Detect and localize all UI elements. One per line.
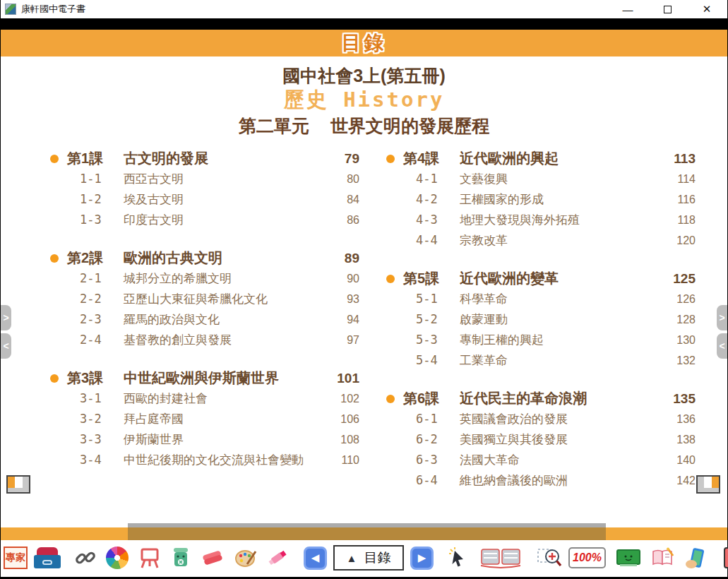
toc-item-number: 4-2 [416, 191, 460, 208]
workbook-icon[interactable] [651, 547, 675, 568]
toc-item[interactable]: 3-4中世紀後期的文化交流與社會變動110 [40, 451, 359, 472]
toc-item[interactable]: 4-2王權國家的形成116 [376, 191, 696, 211]
toc-column-right: 第4課近代歐洲的興起1134-1文藝復興1144-2王權國家的形成1164-3地… [376, 147, 696, 507]
toc-item-number: 3-4 [80, 451, 124, 469]
toc-lesson-heading[interactable]: 第3課中世紀歐洲與伊斯蘭世界101 [40, 366, 359, 390]
lesson-title: 中世紀歐洲與伊斯蘭世界 [124, 369, 320, 388]
toc-item[interactable]: 2-4基督教的創立與發展97 [40, 331, 359, 352]
zoom-area-icon[interactable] [537, 547, 562, 569]
toc-item[interactable]: 6-2美國獨立與其後發展138 [376, 431, 696, 451]
toc-item[interactable]: 1-3印度古文明86 [40, 211, 359, 232]
open-book-icon[interactable] [479, 547, 523, 569]
lesson-label: 第2課 [67, 249, 124, 268]
edge-prev-button-left[interactable]: < [1, 333, 11, 359]
window-minimize-button[interactable]: — [617, 1, 638, 17]
toc-item[interactable]: 3-2拜占庭帝國106 [40, 410, 359, 431]
toc-item-page-number: 102 [320, 390, 359, 407]
expert-mode-button-left[interactable]: 專家 [4, 547, 28, 569]
palette-icon[interactable] [234, 547, 257, 568]
toc-item-page-number: 93 [320, 290, 359, 308]
toc-item[interactable]: 4-3地理大發現與海外拓殖118 [376, 211, 696, 232]
cursor-tool-icon[interactable] [448, 547, 469, 569]
toc-item-page-number: 132 [656, 352, 696, 369]
window-close-button[interactable]: ✕ [696, 1, 717, 17]
single-page-view-icon[interactable] [723, 547, 728, 569]
color-wheel-icon[interactable] [106, 547, 129, 569]
eraser-icon[interactable] [201, 547, 225, 568]
toc-item[interactable]: 3-1西歐的封建社會102 [40, 390, 359, 410]
device-mirror-icon[interactable] [685, 547, 709, 569]
toc-item[interactable]: 2-2亞歷山大東征與希臘化文化93 [40, 290, 359, 311]
toc-item-number: 1-1 [80, 170, 124, 188]
trash-robot-icon[interactable] [171, 547, 191, 569]
toc-item-title: 基督教的創立與發展 [124, 331, 320, 349]
toc-lesson: 第1課古文明的發展791-1西亞古文明801-2埃及古文明841-3印度古文明8… [40, 147, 359, 232]
app-window: 康軒國中電子書 — ✕ 目錄 國中社會3上(第五冊) 歷史 History 第二… [0, 0, 728, 579]
subject-title: 歷史 History [1, 86, 727, 113]
prev-page-button[interactable]: ◀ [304, 547, 327, 570]
toc-item-title: 西歐的封建社會 [124, 390, 320, 407]
lesson-title: 近代民主的革命浪潮 [460, 389, 656, 408]
toc-lesson-heading[interactable]: 第4課近代歐洲的興起113 [376, 147, 696, 170]
horizontal-scrollbar[interactable] [1, 527, 727, 540]
page-corner-left-icon[interactable] [6, 475, 30, 494]
bullet-icon [386, 395, 395, 403]
toc-item-number: 2-1 [80, 270, 124, 287]
toc-lesson-heading[interactable]: 第5課近代歐洲的變革125 [376, 267, 696, 290]
edge-nav-right: > < [717, 305, 727, 359]
blackboard-icon[interactable] [616, 547, 641, 568]
toc-item-page-number: 114 [656, 170, 696, 188]
toc-item[interactable]: 2-3羅馬的政治與文化94 [40, 311, 359, 331]
lesson-page-number: 135 [656, 391, 696, 407]
toc-item-page-number: 136 [656, 410, 696, 428]
toc-banner-title: 目錄 [342, 30, 387, 56]
next-page-button[interactable]: ▶ [410, 547, 434, 570]
toc-item-number: 5-1 [416, 290, 460, 308]
link-icon[interactable] [75, 547, 96, 568]
toc-item[interactable]: 1-1西亞古文明80 [40, 170, 359, 191]
page-corner-right-icon[interactable] [696, 475, 720, 494]
toc-item[interactable]: 6-4維也納會議後的歐洲142 [376, 472, 696, 492]
lesson-page-number: 101 [320, 371, 359, 386]
bullet-icon [386, 275, 395, 283]
toc-item[interactable]: 5-3專制王權的興起130 [376, 331, 696, 352]
toc-item-title: 地理大發現與海外拓殖 [460, 211, 656, 229]
toc-item-page-number: 84 [320, 191, 359, 208]
edge-prev-button-right[interactable]: < [717, 333, 727, 359]
toc-item-page-number: 118 [656, 211, 696, 229]
toc-item-title: 拜占庭帝國 [124, 410, 320, 428]
toc-item-title: 宗教改革 [460, 232, 656, 249]
highlighter-icon[interactable] [267, 547, 290, 568]
toc-item[interactable]: 4-4宗教改革120 [376, 232, 696, 252]
toc-lesson-heading[interactable]: 第1課古文明的發展79 [40, 147, 359, 170]
toc-item-title: 工業革命 [460, 352, 656, 369]
toc-item-number: 6-1 [416, 410, 460, 428]
zoom-level-badge[interactable]: 100% [568, 547, 606, 568]
toc-item[interactable]: 3-3伊斯蘭世界108 [40, 431, 359, 451]
toc-item[interactable]: 2-1城邦分立的希臘文明90 [40, 270, 359, 290]
window-maximize-button[interactable] [657, 1, 678, 17]
toc-item-number: 3-3 [80, 431, 124, 448]
edge-next-button-right[interactable]: > [717, 305, 727, 330]
toc-lesson-heading[interactable]: 第6課近代民主的革命浪潮135 [376, 387, 696, 410]
edge-next-button-left[interactable]: > [1, 305, 11, 330]
toolbox-icon[interactable] [34, 547, 61, 568]
toc-lesson-heading[interactable]: 第2課歐洲的古典文明89 [40, 246, 359, 270]
toc-item-title: 亞歷山大東征與希臘化文化 [124, 290, 320, 308]
corner-base [8, 488, 29, 492]
page-selector[interactable]: ▲ 目錄 [333, 545, 404, 571]
toc-item[interactable]: 6-3法國大革命140 [376, 451, 696, 472]
toc-item[interactable]: 5-2啟蒙運動128 [376, 311, 696, 331]
window-title: 康軒國中電子書 [21, 3, 85, 16]
lesson-page-number: 79 [320, 151, 359, 167]
toc-item[interactable]: 5-4工業革命132 [376, 352, 696, 372]
easel-icon[interactable] [138, 547, 161, 569]
toc-item[interactable]: 4-1文藝復興114 [376, 170, 696, 191]
toc-item-title: 英國議會政治的發展 [460, 410, 656, 428]
scrollbar-thumb[interactable] [128, 523, 606, 540]
toc-item[interactable]: 6-1英國議會政治的發展136 [376, 410, 696, 431]
toc-item[interactable]: 5-1科學革命126 [376, 290, 696, 311]
lesson-label: 第5課 [403, 269, 460, 288]
toc-item[interactable]: 1-2埃及古文明84 [40, 191, 359, 211]
toc-item-page-number: 90 [320, 270, 359, 287]
